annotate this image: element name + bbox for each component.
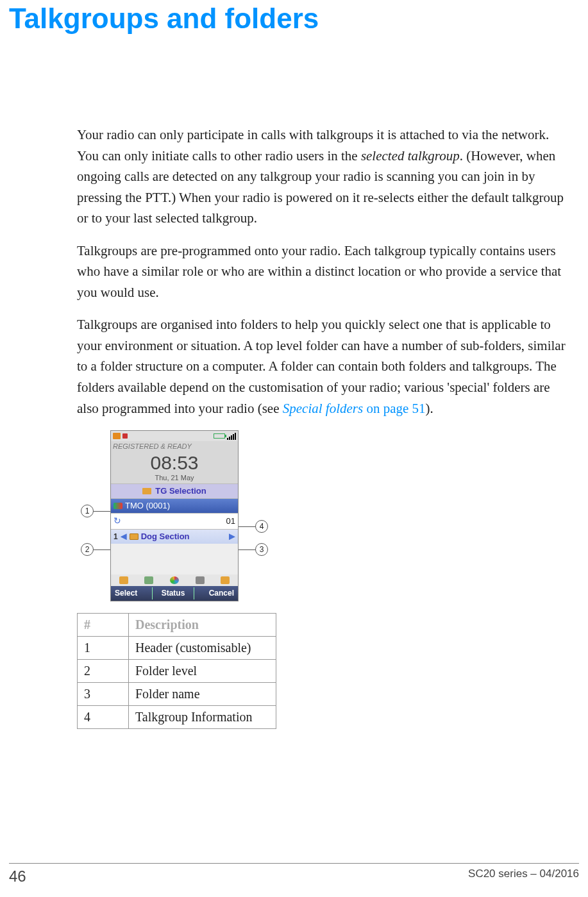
- folder-row[interactable]: 1 Dog Section: [111, 529, 238, 544]
- softkey-bar: Select Status Cancel: [111, 586, 238, 601]
- table-row: 3Folder name: [78, 682, 276, 705]
- cell-desc: Talkgroup Information: [129, 705, 276, 728]
- cell-num: 2: [78, 659, 129, 682]
- icon-tray: [111, 574, 238, 586]
- status-bar: [111, 431, 238, 441]
- tmo-label: TMO (0001): [125, 499, 170, 512]
- body-content: Your radio can only participate in calls…: [0, 35, 576, 729]
- cell-num: 1: [78, 636, 129, 659]
- special-folders-link-page[interactable]: on page 51: [363, 401, 425, 416]
- table-row: 4Talkgroup Information: [78, 705, 276, 728]
- callout-2: 2: [81, 543, 94, 556]
- cell-num: 4: [78, 705, 129, 728]
- softkey-status[interactable]: Status: [152, 587, 195, 599]
- date-label: Thu, 21 May: [111, 473, 238, 483]
- table-row: 1Header (customisable): [78, 636, 276, 659]
- cell-desc: Header (customisable): [129, 636, 276, 659]
- page-footer: 46 SC20 series – 04/2016: [9, 863, 579, 885]
- p1-italic: selected talkgroup: [361, 148, 460, 163]
- settings-icon[interactable]: [196, 576, 205, 584]
- screenshot-figure: 1 2 REGISTERED & READY 08:53 Thu, 21 May: [77, 430, 569, 601]
- cell-num: 3: [78, 682, 129, 705]
- battery-icon: [214, 433, 225, 439]
- people-icon: [113, 503, 122, 509]
- radio-screen: REGISTERED & READY 08:53 Thu, 21 May TG …: [110, 430, 239, 601]
- folder-level-number: 1: [113, 531, 118, 543]
- p3-end: ).: [426, 401, 433, 416]
- signal-icon: [227, 433, 236, 440]
- callout-3: 3: [255, 543, 268, 556]
- page-title: Talkgroups and folders: [0, 0, 588, 35]
- registered-label: REGISTERED & READY: [111, 441, 238, 452]
- tg-selection-header: TG Selection: [111, 483, 238, 498]
- th-description: Description: [129, 613, 276, 636]
- mail-icon[interactable]: [119, 576, 128, 584]
- alert-icon: [122, 433, 128, 439]
- callout-4: 4: [255, 520, 268, 533]
- softkey-select[interactable]: Select: [115, 587, 137, 599]
- paragraph-3: Talkgroups are organised into folders to…: [77, 314, 569, 419]
- doc-id: SC20 series – 04/2016: [468, 868, 579, 885]
- contacts-icon[interactable]: [144, 576, 153, 584]
- envelope-icon: [113, 433, 121, 439]
- cell-desc: Folder name: [129, 682, 276, 705]
- description-table: # Description 1Header (customisable) 2Fo…: [77, 613, 276, 729]
- cell-desc: Folder level: [129, 659, 276, 682]
- folder-icon: [142, 488, 151, 494]
- tg-selection-label: TG Selection: [155, 485, 206, 498]
- apps-icon[interactable]: [170, 576, 179, 584]
- table-row: 2Folder level: [78, 659, 276, 682]
- folder-open-icon: [130, 533, 139, 540]
- arrow-right-icon: [229, 533, 235, 540]
- clock: 08:53: [111, 452, 238, 473]
- tmo-sub-row: ↻ 01: [111, 513, 238, 529]
- th-number: #: [78, 613, 129, 636]
- folder-name-label: Dog Section: [141, 530, 190, 543]
- special-folders-link[interactable]: Special folders: [283, 401, 363, 416]
- user-icon[interactable]: [221, 576, 230, 584]
- tmo-row[interactable]: TMO (0001): [111, 498, 238, 513]
- tmo-number: 01: [226, 515, 235, 528]
- arrow-left-icon: [121, 533, 127, 540]
- paragraph-1: Your radio can only participate in calls…: [77, 124, 569, 229]
- callout-1: 1: [81, 505, 94, 517]
- paragraph-2: Talkgroups are pre-programmed onto your …: [77, 240, 569, 303]
- page-number: 46: [9, 868, 26, 885]
- softkey-cancel[interactable]: Cancel: [209, 587, 234, 599]
